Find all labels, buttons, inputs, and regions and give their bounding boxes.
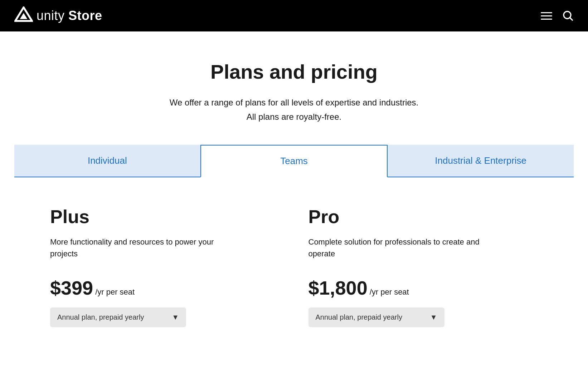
plan-pro-price: $1,800 /yr per seat	[308, 277, 538, 299]
plan-plus-description: More functionality and resources to powe…	[50, 236, 229, 260]
site-header: unity Store	[0, 0, 588, 31]
page-subtitle-line1: We offer a range of plans for all levels…	[14, 96, 574, 109]
plan-pro-period: /yr per seat	[370, 287, 409, 297]
plan-plus: Plus More functionality and resources to…	[36, 199, 294, 341]
plan-plus-name: Plus	[50, 206, 280, 227]
page-subtitle-line2: All plans are royalty-free.	[14, 110, 574, 123]
menu-icon[interactable]	[541, 12, 552, 20]
plan-pro-description: Complete solution for professionals to c…	[308, 236, 487, 260]
tab-individual[interactable]: Individual	[14, 145, 200, 177]
svg-line-3	[570, 18, 573, 20]
logo-text: unity Store	[37, 8, 102, 23]
chevron-down-icon: ▼	[430, 313, 437, 321]
search-icon[interactable]	[562, 10, 574, 21]
plan-pro-billing-dropdown[interactable]: Annual plan, prepaid yearly ▼	[308, 307, 444, 327]
unity-logo-icon	[14, 6, 33, 25]
tab-industrial[interactable]: Industrial & Enterprise	[388, 145, 574, 177]
plan-plus-amount: $399	[50, 277, 93, 299]
plan-plus-price: $399 /yr per seat	[50, 277, 280, 299]
chevron-down-icon: ▼	[172, 313, 179, 321]
plan-pro: Pro Complete solution for professionals …	[294, 199, 553, 341]
plans-section: Plus More functionality and resources to…	[14, 199, 574, 341]
header-actions	[541, 10, 574, 21]
tab-teams[interactable]: Teams	[200, 145, 388, 177]
plan-plus-period: /yr per seat	[95, 287, 135, 297]
plan-plus-billing-dropdown[interactable]: Annual plan, prepaid yearly ▼	[50, 307, 186, 327]
plan-pro-amount: $1,800	[308, 277, 368, 299]
page-title: Plans and pricing	[14, 60, 574, 83]
plan-pro-name: Pro	[308, 206, 538, 227]
plan-tabs: Individual Teams Industrial & Enterprise	[14, 145, 574, 177]
logo[interactable]: unity Store	[14, 6, 102, 25]
svg-point-2	[564, 11, 571, 19]
main-content: Plans and pricing We offer a range of pl…	[0, 31, 588, 363]
svg-marker-1	[20, 13, 28, 19]
